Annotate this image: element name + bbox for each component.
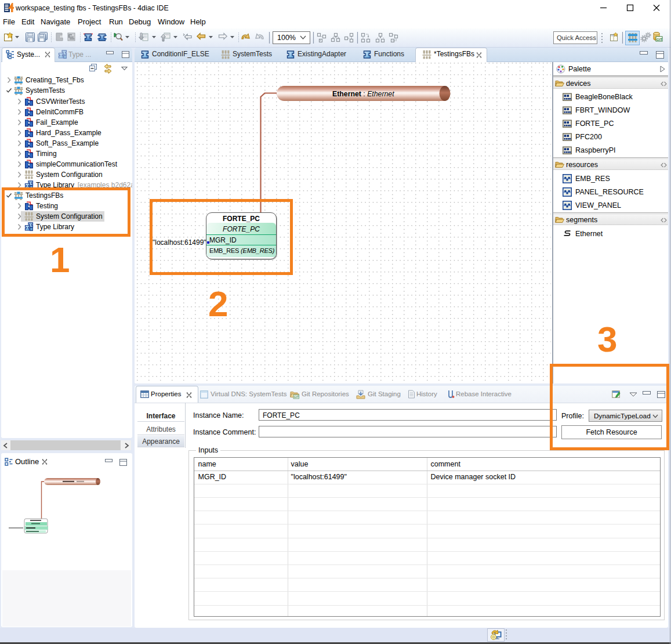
svg-text:GIT: GIT (657, 38, 662, 41)
svg-text:GIT: GIT (294, 395, 299, 399)
svg-text:Quick Access: Quick Access (557, 34, 596, 41)
svg-text:Ethernet : Ethernet: Ethernet : Ethernet (332, 90, 394, 98)
svg-text:100%: 100% (277, 34, 296, 42)
